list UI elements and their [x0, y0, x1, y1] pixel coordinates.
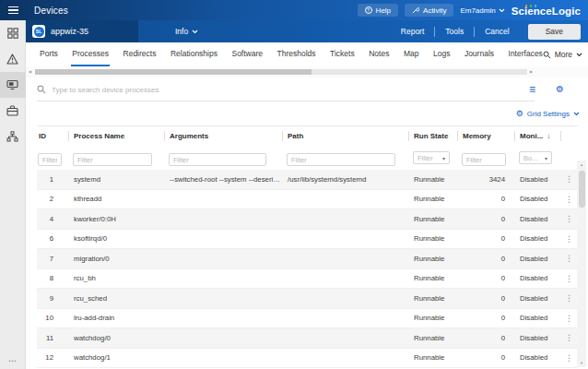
cell-run-state: Runnable	[408, 314, 457, 322]
column-header-id[interactable]: ID	[37, 126, 68, 146]
tab-processes[interactable]: Processes	[71, 42, 110, 66]
column-header-actions	[560, 126, 578, 146]
search-input[interactable]	[52, 86, 529, 94]
filter-monitored-select[interactable]: Bo...▾	[519, 151, 552, 164]
filter-arguments-input[interactable]	[169, 153, 266, 166]
sidebar-overflow-ellipsis[interactable]: ⋯	[8, 356, 17, 365]
sidebar-item-dashboards[interactable]	[0, 20, 26, 46]
save-button[interactable]: Save	[528, 24, 581, 40]
table-row[interactable]: 2 kthreadd Runnable 0 Disabled ⋮	[37, 190, 578, 210]
column-header-monitored[interactable]: Moni...↓	[514, 126, 560, 146]
activity-button[interactable]: Activity	[405, 4, 453, 17]
tab-map[interactable]: Map	[403, 42, 420, 66]
help-label: Help	[376, 6, 391, 15]
tab-tickets[interactable]: Tickets	[329, 42, 356, 66]
cell-id: 2	[37, 195, 68, 203]
search-settings-gear-icon[interactable]: ⚙	[556, 85, 564, 94]
list-view-icon[interactable]: ≡	[529, 85, 535, 94]
top-navbar: Devices ? Help Activity Em7admin Science…	[0, 0, 588, 20]
user-menu[interactable]: Em7admin	[460, 6, 504, 15]
kebab-menu-icon[interactable]: ⋮	[560, 333, 578, 342]
tab-software[interactable]: Software	[230, 42, 264, 66]
grid-settings-label[interactable]: Grid Settings	[527, 110, 570, 118]
brand-text: ScienceLogic	[512, 6, 581, 17]
tools-button[interactable]: Tools	[435, 27, 474, 36]
processes-panel: ≡ ⚙ ⚙ Grid Settings ID Process Name Argu…	[26, 77, 588, 369]
hamburger-menu-icon[interactable]	[0, 0, 26, 20]
filter-run-state-select[interactable]: Filter▾	[413, 151, 450, 164]
sciencelogic-logo: ScienceLogic	[512, 4, 581, 17]
table-row[interactable]: 11 watchdog/0 Runnable 0 Disabled ⋮	[37, 328, 578, 349]
cell-process-name: kthreadd	[68, 195, 164, 203]
kebab-menu-icon[interactable]: ⋮	[560, 254, 578, 263]
kebab-menu-icon[interactable]: ⋮	[560, 293, 578, 303]
column-header-arguments[interactable]: Arguments	[164, 126, 282, 146]
cell-memory: 0	[457, 314, 514, 322]
kebab-menu-icon[interactable]: ⋮	[560, 214, 578, 223]
help-button[interactable]: ? Help	[358, 4, 398, 17]
cell-memory: 3424	[457, 175, 514, 184]
tab-logs[interactable]: Logs	[432, 42, 451, 66]
report-button[interactable]: Report	[391, 27, 435, 36]
info-dropdown[interactable]: Info	[175, 27, 198, 36]
kebab-menu-icon[interactable]: ⋮	[560, 274, 578, 283]
column-header-memory[interactable]: Memory	[457, 126, 514, 146]
sidebar-item-business-services[interactable]	[0, 98, 26, 124]
sidebar-item-devices[interactable]	[0, 72, 26, 98]
table-header-row: ID Process Name Arguments Path Run State…	[37, 125, 578, 146]
logo-dot-green	[530, 5, 533, 7]
tab-notes[interactable]: Notes	[368, 42, 390, 66]
sidebar-item-events[interactable]	[0, 46, 26, 72]
filter-process-name-input[interactable]	[73, 153, 152, 166]
cell-memory: 0	[457, 294, 514, 303]
cell-run-state: Runnable	[408, 274, 457, 282]
tab-ports[interactable]: Ports	[39, 42, 59, 66]
dashboards-grid-icon	[7, 28, 18, 39]
filter-memory-input[interactable]	[462, 153, 506, 166]
column-header-process-name[interactable]: Process Name	[68, 126, 164, 146]
scroll-left-arrow-icon[interactable]: ◀	[29, 66, 31, 77]
filter-path-input[interactable]	[287, 153, 395, 166]
chevron-down-icon[interactable]	[573, 112, 580, 116]
column-header-path[interactable]: Path	[282, 126, 408, 146]
cell-run-state: Runnable	[408, 294, 457, 303]
vscroll-thumb[interactable]	[579, 171, 585, 208]
filter-id-input[interactable]	[38, 153, 62, 166]
device-monitor-icon	[6, 79, 18, 90]
table-row[interactable]: 4 kworker/0:0H Runnable 0 Disabled ⋮	[37, 209, 578, 230]
tab-relationships[interactable]: Relationships	[170, 42, 218, 66]
column-header-run-state[interactable]: Run State	[408, 126, 457, 146]
table-row[interactable]: 6 ksoftirqd/0 Runnable 0 Disabled ⋮	[37, 230, 578, 250]
tab-redirects[interactable]: Redirects	[123, 42, 158, 66]
device-logo-text: SL	[34, 27, 44, 37]
table-row[interactable]: 1 systemd --switched-root --system --des…	[37, 170, 578, 190]
table-row[interactable]: 9 rcu_sched Runnable 0 Disabled ⋮	[37, 289, 578, 309]
chevron-down-icon	[499, 8, 505, 13]
scroll-up-arrow-icon[interactable]: ▲	[577, 162, 586, 167]
kebab-menu-icon[interactable]: ⋮	[560, 174, 578, 184]
table-row[interactable]: 10 lru-add-drain Runnable 0 Disabled ⋮	[37, 309, 578, 329]
cancel-button[interactable]: Cancel	[475, 27, 519, 36]
sidebar-item-maps[interactable]	[0, 124, 26, 149]
scroll-down-arrow-icon[interactable]: ▼	[577, 361, 586, 365]
table-row[interactable]: 12 watchdog/1 Runnable 0 Disabled ⋮	[37, 349, 578, 369]
table-row[interactable]: 8 rcu_bh Runnable 0 Disabled ⋮	[37, 269, 578, 290]
cell-process-name: systemd	[68, 175, 164, 184]
device-chip[interactable]: SL appwiz-35	[26, 20, 138, 42]
table-filter-row: Filter▾ Bo...▾	[37, 146, 578, 170]
cell-run-state: Runnable	[408, 175, 457, 184]
wrench-icon	[412, 6, 419, 14]
scroll-right-arrow-icon[interactable]: ▶	[530, 66, 533, 77]
kebab-menu-icon[interactable]: ⋮	[560, 353, 578, 363]
tab-thresholds[interactable]: Thresholds	[276, 42, 317, 66]
kebab-menu-icon[interactable]: ⋮	[560, 314, 578, 323]
hscroll-thumb[interactable]	[35, 69, 312, 75]
tab-interfaces[interactable]: Interfaces	[508, 42, 544, 66]
kebab-menu-icon[interactable]: ⋮	[560, 195, 578, 204]
kebab-menu-icon[interactable]: ⋮	[560, 234, 578, 244]
tab-journals[interactable]: Journals	[464, 42, 495, 66]
more-tabs-button[interactable]: More	[543, 42, 582, 66]
table-row[interactable]: 7 migration/0 Runnable 0 Disabled ⋮	[37, 249, 578, 269]
hscroll-track[interactable]	[35, 69, 527, 75]
horizontal-scrollbar: ◀ ▶	[26, 66, 588, 77]
